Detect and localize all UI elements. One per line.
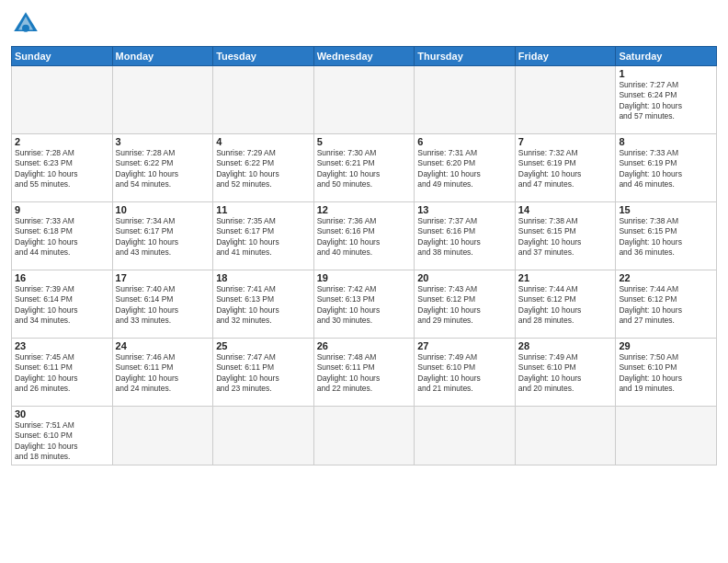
calendar-cell: 6Sunrise: 7:31 AMSunset: 6:20 PMDaylight… xyxy=(415,134,516,202)
week-row-4: 23Sunrise: 7:45 AMSunset: 6:11 PMDayligh… xyxy=(12,339,717,407)
calendar-cell xyxy=(213,66,314,134)
cell-info: Sunrise: 7:33 AMSunset: 6:18 PMDaylight:… xyxy=(15,216,109,259)
calendar-page: SundayMondayTuesdayWednesdayThursdayFrid… xyxy=(0,0,728,563)
cell-info: Sunrise: 7:33 AMSunset: 6:19 PMDaylight:… xyxy=(619,148,713,190)
calendar-cell: 20Sunrise: 7:43 AMSunset: 6:12 PMDayligh… xyxy=(415,270,516,339)
cell-info: Sunrise: 7:50 AMSunset: 6:10 PMDaylight:… xyxy=(619,352,713,395)
calendar-cell: 21Sunrise: 7:44 AMSunset: 6:12 PMDayligh… xyxy=(515,270,616,339)
calendar-cell: 1Sunrise: 7:27 AMSunset: 6:24 PMDaylight… xyxy=(616,66,717,134)
calendar-cell: 13Sunrise: 7:37 AMSunset: 6:16 PMDayligh… xyxy=(415,202,516,270)
cell-info: Sunrise: 7:46 AMSunset: 6:11 PMDaylight:… xyxy=(116,352,210,395)
calendar-cell xyxy=(313,66,415,134)
calendar-cell: 2Sunrise: 7:28 AMSunset: 6:23 PMDaylight… xyxy=(12,134,113,202)
week-row-3: 16Sunrise: 7:39 AMSunset: 6:14 PMDayligh… xyxy=(12,270,717,339)
day-number: 27 xyxy=(417,340,512,351)
calendar-cell: 12Sunrise: 7:36 AMSunset: 6:16 PMDayligh… xyxy=(313,202,415,270)
cell-info: Sunrise: 7:30 AMSunset: 6:21 PMDaylight:… xyxy=(317,148,412,190)
day-number: 14 xyxy=(518,204,613,215)
calendar-cell: 4Sunrise: 7:29 AMSunset: 6:22 PMDaylight… xyxy=(213,134,314,202)
week-row-2: 9Sunrise: 7:33 AMSunset: 6:18 PMDaylight… xyxy=(12,202,717,270)
calendar-cell: 27Sunrise: 7:49 AMSunset: 6:10 PMDayligh… xyxy=(415,339,516,407)
day-number: 6 xyxy=(417,136,512,147)
day-number: 22 xyxy=(619,272,713,283)
calendar-cell: 24Sunrise: 7:46 AMSunset: 6:11 PMDayligh… xyxy=(112,339,213,407)
weekday-header-thursday: Thursday xyxy=(415,47,516,66)
calendar-cell: 5Sunrise: 7:30 AMSunset: 6:21 PMDaylight… xyxy=(313,134,415,202)
weekday-header-friday: Friday xyxy=(515,47,616,66)
calendar-cell xyxy=(12,66,113,134)
day-number: 13 xyxy=(417,204,512,215)
cell-info: Sunrise: 7:27 AMSunset: 6:24 PMDaylight:… xyxy=(619,80,713,122)
day-number: 9 xyxy=(15,204,109,215)
day-number: 21 xyxy=(518,272,613,283)
calendar-cell xyxy=(112,66,213,134)
calendar-cell: 3Sunrise: 7:28 AMSunset: 6:22 PMDaylight… xyxy=(112,134,213,202)
cell-info: Sunrise: 7:29 AMSunset: 6:22 PMDaylight:… xyxy=(216,148,311,190)
day-number: 20 xyxy=(417,272,512,283)
calendar-cell: 29Sunrise: 7:50 AMSunset: 6:10 PMDayligh… xyxy=(616,339,717,407)
cell-info: Sunrise: 7:37 AMSunset: 6:16 PMDaylight:… xyxy=(417,216,512,259)
weekday-header-wednesday: Wednesday xyxy=(313,47,415,66)
calendar-cell xyxy=(112,407,213,465)
cell-info: Sunrise: 7:49 AMSunset: 6:10 PMDaylight:… xyxy=(417,352,512,395)
cell-info: Sunrise: 7:35 AMSunset: 6:17 PMDaylight:… xyxy=(216,216,311,259)
day-number: 28 xyxy=(518,340,613,351)
day-number: 11 xyxy=(216,204,311,215)
logo xyxy=(11,9,44,39)
day-number: 24 xyxy=(116,340,210,351)
calendar-cell: 8Sunrise: 7:33 AMSunset: 6:19 PMDaylight… xyxy=(616,134,717,202)
cell-info: Sunrise: 7:41 AMSunset: 6:13 PMDaylight:… xyxy=(216,284,311,327)
cell-info: Sunrise: 7:38 AMSunset: 6:15 PMDaylight:… xyxy=(518,216,613,259)
calendar-cell: 16Sunrise: 7:39 AMSunset: 6:14 PMDayligh… xyxy=(12,270,113,339)
calendar-cell: 23Sunrise: 7:45 AMSunset: 6:11 PMDayligh… xyxy=(12,339,113,407)
calendar-cell: 14Sunrise: 7:38 AMSunset: 6:15 PMDayligh… xyxy=(515,202,616,270)
day-number: 26 xyxy=(317,340,412,351)
cell-info: Sunrise: 7:51 AMSunset: 6:10 PMDaylight:… xyxy=(15,420,109,463)
cell-info: Sunrise: 7:44 AMSunset: 6:12 PMDaylight:… xyxy=(518,284,613,327)
week-row-1: 2Sunrise: 7:28 AMSunset: 6:23 PMDaylight… xyxy=(12,134,717,202)
day-number: 29 xyxy=(619,340,713,351)
week-row-5: 30Sunrise: 7:51 AMSunset: 6:10 PMDayligh… xyxy=(12,407,717,465)
calendar-cell: 19Sunrise: 7:42 AMSunset: 6:13 PMDayligh… xyxy=(313,270,415,339)
calendar-cell: 17Sunrise: 7:40 AMSunset: 6:14 PMDayligh… xyxy=(112,270,213,339)
cell-info: Sunrise: 7:36 AMSunset: 6:16 PMDaylight:… xyxy=(317,216,412,259)
calendar-cell xyxy=(213,407,314,465)
cell-info: Sunrise: 7:31 AMSunset: 6:20 PMDaylight:… xyxy=(417,148,512,190)
logo-icon xyxy=(11,9,40,39)
day-number: 5 xyxy=(317,136,412,147)
cell-info: Sunrise: 7:49 AMSunset: 6:10 PMDaylight:… xyxy=(518,352,613,395)
calendar-cell xyxy=(515,407,616,465)
day-number: 25 xyxy=(216,340,311,351)
calendar-cell: 28Sunrise: 7:49 AMSunset: 6:10 PMDayligh… xyxy=(515,339,616,407)
cell-info: Sunrise: 7:43 AMSunset: 6:12 PMDaylight:… xyxy=(417,284,512,327)
calendar-cell: 10Sunrise: 7:34 AMSunset: 6:17 PMDayligh… xyxy=(112,202,213,270)
calendar-cell: 22Sunrise: 7:44 AMSunset: 6:12 PMDayligh… xyxy=(616,270,717,339)
day-number: 15 xyxy=(619,204,713,215)
calendar-cell: 26Sunrise: 7:48 AMSunset: 6:11 PMDayligh… xyxy=(313,339,415,407)
day-number: 12 xyxy=(317,204,412,215)
day-number: 30 xyxy=(15,408,109,419)
day-number: 17 xyxy=(116,272,210,283)
weekday-header-saturday: Saturday xyxy=(616,47,717,66)
day-number: 3 xyxy=(116,136,210,147)
cell-info: Sunrise: 7:45 AMSunset: 6:11 PMDaylight:… xyxy=(15,352,109,395)
cell-info: Sunrise: 7:28 AMSunset: 6:22 PMDaylight:… xyxy=(116,148,210,190)
calendar-cell: 30Sunrise: 7:51 AMSunset: 6:10 PMDayligh… xyxy=(12,407,113,465)
calendar-cell xyxy=(313,407,415,465)
day-number: 16 xyxy=(15,272,109,283)
cell-info: Sunrise: 7:40 AMSunset: 6:14 PMDaylight:… xyxy=(116,284,210,327)
cell-info: Sunrise: 7:28 AMSunset: 6:23 PMDaylight:… xyxy=(15,148,109,190)
calendar-cell: 11Sunrise: 7:35 AMSunset: 6:17 PMDayligh… xyxy=(213,202,314,270)
cell-info: Sunrise: 7:48 AMSunset: 6:11 PMDaylight:… xyxy=(317,352,412,395)
cell-info: Sunrise: 7:42 AMSunset: 6:13 PMDaylight:… xyxy=(317,284,412,327)
calendar-cell: 7Sunrise: 7:32 AMSunset: 6:19 PMDaylight… xyxy=(515,134,616,202)
calendar-table: SundayMondayTuesdayWednesdayThursdayFrid… xyxy=(11,46,717,465)
day-number: 23 xyxy=(15,340,109,351)
day-number: 2 xyxy=(15,136,109,147)
weekday-header-tuesday: Tuesday xyxy=(213,47,314,66)
cell-info: Sunrise: 7:44 AMSunset: 6:12 PMDaylight:… xyxy=(619,284,713,327)
weekday-header-row: SundayMondayTuesdayWednesdayThursdayFrid… xyxy=(12,47,717,66)
calendar-cell: 15Sunrise: 7:38 AMSunset: 6:15 PMDayligh… xyxy=(616,202,717,270)
cell-info: Sunrise: 7:34 AMSunset: 6:17 PMDaylight:… xyxy=(116,216,210,259)
header xyxy=(11,9,717,39)
